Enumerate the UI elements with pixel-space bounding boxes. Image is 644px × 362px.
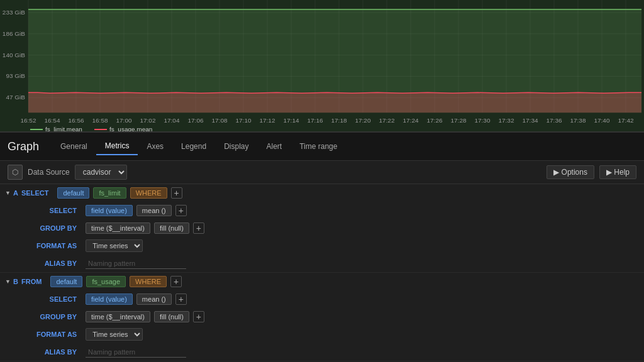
tab-display[interactable]: Display (215, 138, 257, 155)
query-b-where-btn[interactable]: WHERE (130, 276, 167, 287)
graph-header: Graph General Metrics Axes Legend Displa… (0, 133, 644, 161)
query-b-select-func[interactable]: mean () (136, 293, 172, 305)
query-b-groupby-time[interactable]: time ($__interval) (86, 311, 150, 322)
query-a-select-row: SELECT field (value) mean () + (0, 202, 644, 219)
query-a-alias-row: ALIAS BY (0, 255, 644, 272)
query-b-alias-row: ALIAS BY (0, 343, 644, 361)
datasource-select[interactable]: cadvisor (75, 165, 127, 180)
tab-alert[interactable]: Alert (258, 138, 291, 155)
svg-text:186 GiB: 186 GiB (3, 30, 25, 37)
query-b-groupby-add[interactable]: + (193, 311, 204, 322)
svg-text:17:42: 17:42 (618, 117, 633, 124)
query-b-select-row: SELECT field (value) mean () + (0, 290, 644, 308)
datasource-label: Data Source (28, 168, 70, 177)
svg-text:47 GiB: 47 GiB (6, 94, 25, 101)
panel-title: Graph (8, 140, 39, 153)
query-a-from-row: ▼ A SELECT default fs_limit WHERE + (0, 184, 644, 202)
query-a-groupby-row: GROUP BY time ($__interval) fill (null) … (0, 219, 644, 237)
query-b-letter: ▼ B (0, 278, 18, 285)
svg-text:17:26: 17:26 (426, 117, 442, 124)
svg-text:17:34: 17:34 (522, 117, 538, 124)
svg-text:93 GiB: 93 GiB (6, 72, 25, 79)
query-b-select-add[interactable]: + (175, 293, 187, 305)
tab-legend[interactable]: Legend (172, 138, 215, 155)
query-a-letter: ▼ A (0, 189, 18, 197)
svg-text:17:22: 17:22 (379, 117, 394, 124)
query-a-where-btn[interactable]: WHERE (130, 187, 167, 199)
svg-text:17:40: 17:40 (594, 117, 609, 124)
query-b-select-label: SELECT (36, 295, 82, 303)
query-a-from-label: SELECT (21, 189, 53, 197)
query-b-alias-label: ALIAS BY (36, 348, 82, 356)
svg-text:17:00: 17:00 (116, 117, 131, 124)
query-a-select-add[interactable]: + (175, 205, 187, 216)
svg-text:fs_usage.mean: fs_usage.mean (109, 126, 152, 131)
query-a-select-label: SELECT (36, 207, 82, 214)
queries-container: ▼ A SELECT default fs_limit WHERE + SELE… (0, 184, 644, 362)
svg-text:16:56: 16:56 (68, 117, 84, 124)
svg-text:17:06: 17:06 (187, 117, 203, 124)
query-a-alias-label: ALIAS BY (36, 260, 82, 267)
svg-text:17:30: 17:30 (474, 117, 490, 124)
svg-text:17:32: 17:32 (498, 117, 514, 124)
svg-text:17:02: 17:02 (140, 117, 155, 124)
tab-time-range[interactable]: Time range (291, 138, 346, 155)
query-a-groupby-label: GROUP BY (36, 224, 82, 232)
query-a-formatas-row: FORMAT AS Time series (0, 237, 644, 255)
query-b-groupby-row: GROUP BY time ($__interval) fill (null) … (0, 308, 644, 326)
query-a-select-field[interactable]: field (value) (86, 205, 133, 216)
query-b-from-row: ▼ B FROM default fs_usage WHERE + (0, 273, 644, 290)
query-a-groupby-time[interactable]: time ($__interval) (86, 222, 150, 234)
svg-text:17:18: 17:18 (331, 117, 347, 124)
help-button[interactable]: ▶ Help (599, 165, 636, 179)
svg-marker-33 (28, 92, 641, 112)
query-b-select-field[interactable]: field (value) (86, 293, 133, 305)
tab-bar: General Metrics Axes Legend Display Aler… (52, 138, 346, 155)
toolbar: ⬡ Data Source cadvisor ▶ Options ▶ Help (0, 161, 644, 184)
collapse-a-arrow[interactable]: ▼ (5, 190, 11, 196)
query-a-groupby-add[interactable]: + (193, 222, 204, 234)
collapse-b-arrow[interactable]: ▼ (5, 278, 11, 285)
svg-text:17:38: 17:38 (570, 117, 586, 124)
svg-text:17:08: 17:08 (211, 117, 227, 124)
svg-text:17:12: 17:12 (259, 117, 275, 124)
query-b-from-table[interactable]: fs_usage (86, 276, 126, 287)
svg-text:16:58: 16:58 (92, 117, 108, 124)
query-a-from-db[interactable]: default (57, 187, 89, 199)
options-button[interactable]: ▶ Options (547, 165, 594, 179)
svg-text:17:04: 17:04 (164, 117, 179, 124)
query-b-formatas-select[interactable]: Time series (86, 328, 143, 341)
toolbar-right: ▶ Options ▶ Help (547, 165, 636, 179)
svg-text:fs_limit.mean: fs_limit.mean (45, 126, 82, 131)
query-b-alias-input[interactable] (86, 347, 186, 358)
query-b-formatas-row: FORMAT AS Time series (0, 326, 644, 343)
svg-text:140 GiB: 140 GiB (3, 52, 25, 58)
svg-text:17:10: 17:10 (235, 117, 251, 124)
query-a-select-func[interactable]: mean () (136, 205, 172, 216)
svg-text:17:16: 17:16 (307, 117, 323, 124)
svg-text:17:24: 17:24 (402, 117, 418, 124)
panel: Graph General Metrics Axes Legend Displa… (0, 132, 644, 362)
query-a-formatas-label: FORMAT AS (36, 242, 82, 250)
tab-general[interactable]: General (52, 138, 96, 155)
svg-text:16:52: 16:52 (20, 117, 36, 124)
query-b-formatas-label: FORMAT AS (36, 331, 82, 338)
svg-text:16:54: 16:54 (44, 117, 60, 124)
svg-text:233 GiB: 233 GiB (3, 9, 25, 16)
svg-text:17:20: 17:20 (355, 117, 370, 124)
query-a-from-add[interactable]: + (171, 187, 182, 199)
tab-metrics[interactable]: Metrics (96, 138, 138, 155)
query-a-formatas-select[interactable]: Time series (86, 239, 143, 252)
query-a-groupby-fill[interactable]: fill (null) (154, 222, 189, 234)
query-b-groupby-label: GROUP BY (36, 313, 82, 321)
tab-axes[interactable]: Axes (138, 138, 172, 155)
toggle-icon[interactable]: ⬡ (8, 165, 23, 180)
query-b-from-add[interactable]: + (170, 276, 182, 287)
query-block-b: ▼ B FROM default fs_usage WHERE + SELECT… (0, 273, 644, 361)
svg-text:17:14: 17:14 (283, 117, 299, 124)
query-a-alias-input[interactable] (86, 258, 186, 269)
query-b-from-db[interactable]: default (50, 276, 82, 287)
query-b-from-label: FROM (21, 278, 47, 285)
query-a-from-table[interactable]: fs_limit (93, 187, 126, 199)
query-b-groupby-fill[interactable]: fill (null) (154, 311, 189, 322)
